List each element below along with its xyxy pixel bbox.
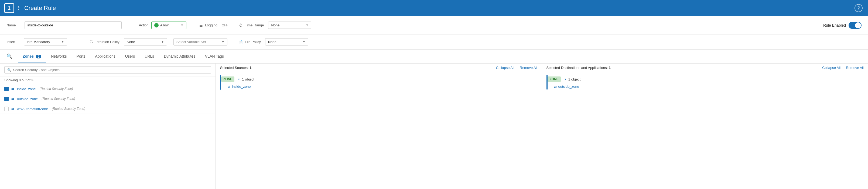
sources-zone-content: ZONE ▾ 1 object ⇄ inside_zone (221, 75, 537, 90)
sources-expand-arrow[interactable]: ▾ (238, 78, 240, 81)
shield-icon: 🛡 (90, 40, 94, 44)
sources-remove-all[interactable]: Remove All (520, 66, 537, 70)
time-range-dropdown[interactable]: None ▼ (268, 22, 311, 29)
destinations-content: ZONE ▾ 1 object ⇄ outside_zone (542, 72, 868, 189)
intrusion-policy-value: None (127, 40, 135, 44)
rule-enabled-group: Rule Enabled (823, 22, 862, 29)
search-input-wrap: 🔍 (4, 66, 211, 74)
header-bar: 1 ▲ ▼ Create Rule ? (0, 0, 868, 16)
zone-checkbox-inside[interactable]: − (4, 87, 9, 91)
sources-zone-tag: ZONE (221, 76, 235, 82)
tab-networks[interactable]: Networks (46, 51, 71, 63)
logging-group: ☰ Logging OFF (199, 23, 228, 28)
variable-set-placeholder: Select Variable Set (177, 40, 206, 44)
destinations-zone-section: ZONE ▾ 1 object ⇄ outside_zone (547, 75, 864, 90)
time-range-label: Time Range (245, 23, 264, 27)
step-number: 1 (4, 3, 14, 13)
help-icon[interactable]: ? (855, 4, 863, 12)
search-input[interactable] (13, 68, 208, 72)
variable-set-dropdown[interactable]: Select Variable Set ▼ (174, 38, 227, 45)
destinations-obj-name[interactable]: outside_zone (558, 84, 579, 88)
content-area: 🔍 Showing 3 out of 3 − ⇄ inside_zone (Ro… (0, 64, 868, 189)
logging-value: OFF (222, 24, 228, 27)
sources-panel: Selected Sources: 1 Collapse All Remove … (216, 64, 542, 189)
destinations-collapse-all[interactable]: Collapse All (822, 66, 840, 70)
search-bar: 🔍 (0, 64, 216, 76)
showing-text: Showing 3 out of 3 (0, 76, 216, 84)
zone-checkbox-outside[interactable]: − (4, 97, 9, 101)
intrusion-policy-dropdown[interactable]: None ▼ (124, 38, 167, 45)
form-row-1: Name Action Allow ▼ ☰ Logging OFF ⏱ Time… (0, 16, 868, 34)
action-value: Allow (160, 23, 168, 27)
file-policy-group: 📄 File Policy None ▼ (238, 38, 308, 45)
allow-icon (154, 23, 159, 28)
tabs-search-icon[interactable]: 🔍 (6, 53, 12, 59)
name-label: Name (6, 23, 16, 27)
file-policy-dropdown[interactable]: None ▼ (265, 38, 308, 45)
sources-object-detail: ⇄ inside_zone (221, 83, 537, 90)
name-input[interactable] (25, 21, 122, 29)
zone-icon: ⇄ (11, 87, 14, 91)
sources-header: Selected Sources: 1 Collapse All Remove … (216, 64, 542, 72)
action-group: Action Allow ▼ (139, 22, 186, 29)
destinations-obj-icon: ⇄ (554, 85, 557, 88)
destinations-zone-content: ZONE ▾ 1 object ⇄ outside_zone (548, 75, 864, 90)
page-wrapper: 1 ▲ ▼ Create Rule ? Name Action Allow ▼ … (0, 0, 868, 189)
action-dropdown[interactable]: Allow ▼ (151, 22, 186, 29)
zone-icon: ⇄ (11, 107, 14, 111)
tab-vlan-tags[interactable]: VLAN Tags (200, 51, 229, 63)
zone-name-wfx[interactable]: wfxAutomationZone (17, 107, 48, 111)
insert-dropdown[interactable]: into Mandatory ▼ (24, 38, 67, 45)
zone-name-inside[interactable]: inside_zone (17, 87, 36, 91)
destinations-title: Selected Destinations and Applications: … (547, 66, 611, 70)
rule-enabled-label: Rule Enabled (823, 23, 846, 28)
file-policy-label: File Policy (245, 40, 261, 44)
zone-icon: ⇄ (11, 97, 14, 101)
chevron-controls[interactable]: ▲ ▼ (17, 5, 20, 11)
zone-name-outside[interactable]: outside_zone (17, 97, 38, 101)
tab-dynamic-attributes[interactable]: Dynamic Attributes (159, 51, 200, 63)
intrusion-policy-group: 🛡 Intrusion Policy None ▼ (90, 38, 167, 45)
logging-label: Logging (205, 23, 217, 27)
sources-content: ZONE ▾ 1 object ⇄ inside_zone (216, 72, 542, 189)
destinations-remove-all[interactable]: Remove All (846, 66, 864, 70)
destinations-object-row: ZONE ▾ 1 object (548, 75, 864, 83)
tab-urls[interactable]: URLs (140, 51, 159, 63)
toggle-knob (855, 22, 861, 28)
tab-users[interactable]: Users (120, 51, 140, 63)
destinations-object-detail: ⇄ outside_zone (548, 83, 864, 90)
zone-list: − ⇄ inside_zone (Routed Security Zone) −… (0, 84, 216, 189)
destinations-expand-arrow[interactable]: ▾ (564, 78, 566, 81)
action-label: Action (139, 23, 149, 27)
list-item: − ⇄ inside_zone (Routed Security Zone) (0, 84, 216, 94)
zones-badge: 2 (36, 55, 41, 59)
sources-collapse-all[interactable]: Collapse All (496, 66, 515, 70)
zone-type-outside: (Routed Security Zone) (41, 97, 75, 101)
form-row-2: Insert into Mandatory ▼ 🛡 Intrusion Poli… (0, 34, 868, 49)
sources-obj-name[interactable]: inside_zone (232, 84, 251, 88)
tab-zones[interactable]: Zones 2 (18, 51, 46, 63)
destinations-header: Selected Destinations and Applications: … (542, 64, 868, 72)
tab-ports[interactable]: Ports (72, 51, 90, 63)
intrusion-policy-arrow: ▼ (161, 40, 164, 43)
list-item: − ⇄ outside_zone (Routed Security Zone) (0, 94, 216, 104)
destinations-actions: Collapse All Remove All (822, 66, 864, 70)
file-policy-value: None (268, 40, 277, 44)
zone-checkbox-wfx[interactable] (4, 107, 9, 111)
page-title: Create Rule (24, 5, 56, 11)
logging-icon: ☰ (199, 23, 203, 28)
file-policy-arrow: ▼ (303, 40, 305, 43)
sources-title: Selected Sources: 1 (220, 66, 251, 70)
sources-object-row: ZONE ▾ 1 object (221, 75, 537, 83)
sources-zone-section: ZONE ▾ 1 object ⇄ inside_zone (220, 75, 537, 90)
destinations-panel: Selected Destinations and Applications: … (542, 64, 868, 189)
tabs-bar: 🔍 Zones 2 Networks Ports Applications Us… (0, 49, 868, 64)
variable-set-arrow: ▼ (222, 40, 224, 43)
zone-type-wfx: (Routed Security Zone) (52, 107, 85, 111)
chevron-down-icon[interactable]: ▼ (17, 8, 20, 11)
list-item: ⇄ wfxAutomationZone (Routed Security Zon… (0, 104, 216, 114)
tab-applications[interactable]: Applications (90, 51, 120, 63)
rule-enabled-toggle[interactable] (848, 22, 862, 29)
intrusion-policy-label: Intrusion Policy (96, 40, 120, 44)
left-panel: 🔍 Showing 3 out of 3 − ⇄ inside_zone (Ro… (0, 64, 216, 189)
